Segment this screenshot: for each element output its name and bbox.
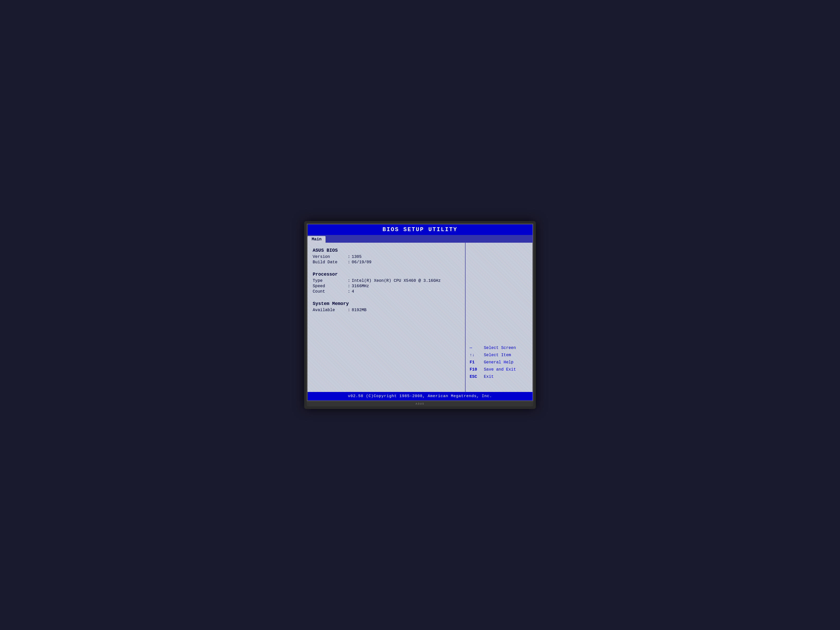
key-desc-1: Select Item (484, 353, 511, 357)
footer: v02.58 (C)Copyright 1985-2008, American … (308, 392, 532, 400)
key-desc-4: Exit (484, 374, 494, 379)
type-sep: : (348, 278, 350, 283)
monitor-brand: ASUS (415, 402, 425, 405)
bios-title: BIOS SETUP UTILITY (382, 226, 458, 233)
build-date-value: 06/19/09 (352, 260, 372, 265)
key-row-1: ↑↓ Select Item (470, 353, 528, 357)
version-row: Version : 1305 (313, 254, 460, 259)
processor-type-row: Type : Intel(R) Xeon(R) CPU X5460 @ 3.16… (313, 278, 460, 283)
key-symbol-4: ESC (470, 374, 484, 379)
key-symbol-2: F1 (470, 360, 484, 365)
tab-main[interactable]: Main (308, 236, 325, 243)
processor-type-value: Intel(R) Xeon(R) CPU X5460 @ 3.16GHz (352, 278, 441, 283)
memory-section-header: System Memory (313, 301, 460, 306)
memory-available-value: 8192MB (352, 308, 367, 313)
build-date-sep: : (348, 260, 350, 265)
key-symbol-3: F10 (470, 367, 484, 372)
version-sep: : (348, 254, 350, 259)
monitor-bottom: ASUS (307, 401, 533, 406)
key-row-4: ESC Exit (470, 374, 528, 379)
build-date-row: Build Date : 06/19/09 (313, 260, 460, 265)
processor-type-label: Type (313, 278, 346, 283)
processor-speed-row: Speed : 3166MHz (313, 284, 460, 289)
key-symbol-1: ↑↓ (470, 353, 484, 357)
version-value: 1305 (352, 254, 362, 259)
title-bar: BIOS SETUP UTILITY (308, 224, 532, 235)
processor-count-row: Count : 4 (313, 289, 460, 294)
monitor: BIOS SETUP UTILITY Main ASUS BIOS Versio… (304, 221, 536, 409)
count-sep: : (348, 289, 350, 294)
key-desc-2: General Help (484, 360, 513, 365)
processor-speed-value: 3166MHz (352, 284, 369, 289)
key-row-0: ↔ Select Screen (470, 346, 528, 350)
bios-section-header: ASUS BIOS (313, 248, 460, 253)
tab-bar: Main (308, 235, 532, 243)
main-content: ASUS BIOS Version : 1305 Build Date : 06… (308, 243, 532, 392)
build-date-label: Build Date (313, 260, 346, 265)
processor-section-header: Processor (313, 272, 460, 277)
memory-available-label: Available (313, 308, 346, 313)
processor-count-value: 4 (352, 289, 354, 294)
available-sep: : (348, 308, 350, 313)
footer-text: v02.58 (C)Copyright 1985-2008, American … (348, 394, 492, 398)
bios-screen: BIOS SETUP UTILITY Main ASUS BIOS Versio… (307, 224, 533, 401)
memory-available-row: Available : 8192MB (313, 308, 460, 313)
version-label: Version (313, 254, 346, 259)
key-desc-3: Save and Exit (484, 367, 516, 372)
key-row-3: F10 Save and Exit (470, 367, 528, 372)
left-panel: ASUS BIOS Version : 1305 Build Date : 06… (308, 243, 466, 392)
right-panel: ↔ Select Screen ↑↓ Select Item F1 Genera… (466, 243, 532, 392)
key-desc-0: Select Screen (484, 346, 516, 350)
processor-count-label: Count (313, 289, 346, 294)
key-row-2: F1 General Help (470, 360, 528, 365)
key-symbol-0: ↔ (470, 346, 484, 350)
speed-sep: : (348, 284, 350, 289)
processor-speed-label: Speed (313, 284, 346, 289)
